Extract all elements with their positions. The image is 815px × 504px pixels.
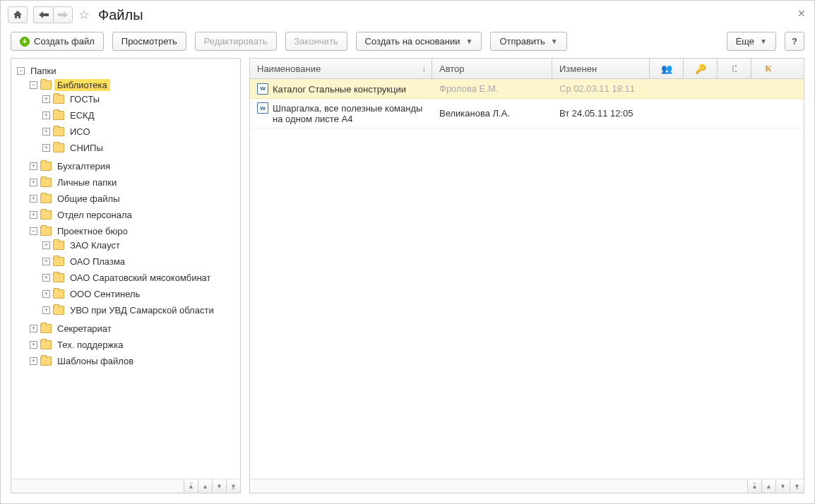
page-title: Файлы <box>98 7 143 23</box>
send-label: Отправить <box>499 36 545 47</box>
forward-button[interactable] <box>53 6 73 23</box>
send-button[interactable]: Отправить ▼ <box>490 32 566 51</box>
finish-button[interactable]: Закончить <box>285 32 347 51</box>
expand-icon[interactable]: + <box>30 211 37 219</box>
expand-icon[interactable]: + <box>42 306 50 314</box>
tree-item-templates[interactable]: + Шаблоны файлов <box>30 355 237 367</box>
expand-icon[interactable]: + <box>42 241 50 249</box>
home-button[interactable] <box>8 6 28 23</box>
scroll-top-icon[interactable]: ▲─ <box>184 479 198 493</box>
close-icon[interactable]: ✕ <box>797 8 806 19</box>
folder-icon <box>40 324 52 333</box>
tree-item-oao-sar[interactable]: + ОАО Саратовский мясокомбинат <box>42 272 237 284</box>
expand-icon[interactable]: + <box>30 357 37 365</box>
tree-item-zao[interactable]: + ЗАО Клауст <box>42 239 237 251</box>
tree-item-sekr[interactable]: + Секретариат <box>30 323 237 335</box>
expand-icon[interactable]: + <box>42 95 50 103</box>
scroll-up-icon[interactable]: ▲ <box>761 479 775 493</box>
more-button[interactable]: Еще ▼ <box>727 32 776 51</box>
col-modified[interactable]: Изменен <box>552 59 650 78</box>
scroll-up-icon[interactable]: ▲ <box>198 479 212 493</box>
help-button[interactable]: ? <box>785 32 804 51</box>
folder-icon <box>53 306 64 315</box>
collapse-icon[interactable]: − <box>17 67 25 75</box>
folder-icon <box>40 162 52 171</box>
col-author-label: Автор <box>439 64 465 74</box>
globe-icon: 🔑 <box>695 64 706 74</box>
col-name-label: Наименование <box>257 64 321 74</box>
tree-label: ЕСКД <box>67 109 97 121</box>
create-file-button[interactable]: + Создать файл <box>11 32 104 51</box>
tree-label: Отдел персонала <box>54 209 135 221</box>
create-based-on-label: Создать на основании <box>365 36 460 47</box>
tree-item-oao-plazma[interactable]: + ОАО Плазма <box>42 256 237 268</box>
scroll-bottom-icon[interactable]: ▼─ <box>790 479 804 493</box>
back-button[interactable] <box>33 6 53 23</box>
table-row[interactable]: W Шпаргалка, все полезные команды на одн… <box>250 99 804 128</box>
tree-item-tech[interactable]: + Тех. поддержка <box>30 339 237 351</box>
arrow-right-icon <box>58 11 68 18</box>
expand-icon[interactable]: + <box>30 325 37 332</box>
tree-item-eskd[interactable]: + ЕСКД <box>42 109 237 121</box>
finish-label: Закончить <box>295 36 338 47</box>
expand-icon[interactable]: + <box>42 144 50 152</box>
expand-icon[interactable]: + <box>42 112 50 119</box>
scroll-down-icon[interactable]: ▼ <box>775 479 790 493</box>
tree-item-iso[interactable]: + ИСО <box>42 126 237 138</box>
col-author[interactable]: Автор <box>432 59 552 78</box>
edit-button[interactable]: Редактировать <box>195 32 277 51</box>
expand-icon[interactable]: + <box>42 128 50 136</box>
expand-icon[interactable]: + <box>42 258 50 265</box>
tree-item-hr[interactable]: + Отдел персонала <box>30 209 237 221</box>
folder-icon <box>53 111 64 120</box>
file-author: Великанова Л.А. <box>432 104 552 122</box>
tree-item-shared[interactable]: + Общие файлы <box>30 193 237 205</box>
col-signed[interactable]: 🔑 <box>684 59 718 78</box>
table-row[interactable]: W Каталог Стальные конструкции Фролова Е… <box>250 79 804 99</box>
tree-item-accounting[interactable]: + Бухгалтерия <box>30 160 237 172</box>
scroll-top-icon[interactable]: ▲─ <box>747 479 761 493</box>
arrow-left-icon <box>39 11 49 18</box>
folders-tree[interactable]: − Папки − Библиотека <box>11 59 240 479</box>
tree-label: Проектное бюро <box>54 225 131 237</box>
expand-icon[interactable]: + <box>42 290 50 298</box>
file-modified: Вт 24.05.11 12:05 <box>552 104 650 122</box>
folders-panel: − Папки − Библиотека <box>11 58 241 493</box>
tree-label: СНИПы <box>67 142 106 154</box>
tree-label: Бухгалтерия <box>54 160 113 172</box>
scroll-down-icon[interactable]: ▼ <box>212 479 226 493</box>
favorite-star-icon[interactable]: ☆ <box>78 7 90 23</box>
expand-icon[interactable]: + <box>42 274 50 282</box>
create-file-label: Создать файл <box>34 36 95 47</box>
folder-icon <box>53 143 64 152</box>
tree-item-personal[interactable]: + Личные папки <box>30 176 237 188</box>
view-button[interactable]: Просмотреть <box>112 32 186 51</box>
scroll-bottom-icon[interactable]: ▼─ <box>226 479 240 493</box>
create-based-on-button[interactable]: Создать на основании ▼ <box>356 32 482 51</box>
collapse-icon[interactable]: − <box>30 81 37 89</box>
expand-icon[interactable]: + <box>30 195 37 203</box>
col-name[interactable]: Наименование <box>250 59 432 78</box>
hierarchy-icon: ⁝⁚ <box>732 64 737 74</box>
expand-icon[interactable]: + <box>30 162 37 170</box>
tree-item-ooo-sent[interactable]: + ООО Сентинель <box>42 288 237 300</box>
folder-icon <box>53 257 64 266</box>
collapse-icon[interactable]: − <box>30 227 37 235</box>
tree-root[interactable]: − Папки <box>17 65 237 77</box>
folder-icon <box>40 356 52 366</box>
tree-item-project[interactable]: − Проектное бюро <box>30 225 237 237</box>
tree-item-snipy[interactable]: + СНИПы <box>42 142 237 154</box>
tree-label: Личные папки <box>54 176 119 188</box>
expand-icon[interactable]: + <box>30 179 37 186</box>
col-tree[interactable]: ⁝⁚ <box>718 59 751 78</box>
tree-item-uvo[interactable]: + УВО при УВД Самарской области <box>42 304 237 316</box>
expand-icon[interactable]: + <box>30 341 37 349</box>
document-icon: W <box>257 83 268 95</box>
tree-item-gosty[interactable]: + ГОСТы <box>42 93 237 105</box>
tree-label: ГОСТы <box>67 93 102 105</box>
col-users[interactable]: 👥 <box>650 59 684 78</box>
tree-label: Тех. поддержка <box>54 339 126 351</box>
col-k[interactable]: К <box>751 59 785 78</box>
tree-item-library[interactable]: − Библиотека <box>30 79 237 91</box>
table-body[interactable]: W Каталог Стальные конструкции Фролова Е… <box>250 79 804 479</box>
